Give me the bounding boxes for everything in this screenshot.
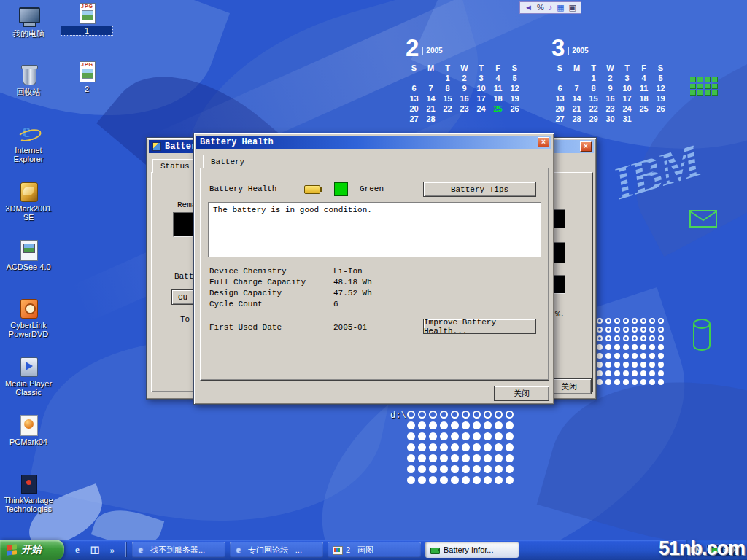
- calendar-day: 21: [422, 104, 439, 113]
- calendar-day: 23: [602, 104, 619, 113]
- calendar-day-header: M: [422, 63, 439, 72]
- calendar-day: 5: [506, 74, 523, 82]
- calendar-day: 14: [568, 94, 585, 103]
- calendar-day: 13: [406, 94, 422, 103]
- calendar-day-header: T: [439, 63, 456, 72]
- calendar-march: 32005 SMTWTFS123456789101112131415161718…: [551, 36, 669, 123]
- taskbar-tasks: 找不到服务器...专门网论坛 - ...2 - 画图Battery Infor.…: [126, 542, 686, 558]
- calendar-day: 16: [456, 94, 473, 103]
- dot: [473, 421, 481, 429]
- dot: [451, 454, 459, 462]
- taskbar-task-ie[interactable]: 找不到服务器...: [132, 542, 225, 558]
- dot: [495, 476, 503, 484]
- dot: [495, 411, 503, 419]
- calendar-day: [439, 114, 456, 123]
- calendar-day: 6: [551, 84, 568, 93]
- taskbar-task-paint[interactable]: 2 - 画图: [328, 542, 421, 558]
- internet-explorer-icon: [17, 122, 40, 144]
- dot: [418, 421, 426, 429]
- calendar-day-header: W: [456, 63, 473, 72]
- dot: [632, 353, 638, 359]
- dot: [623, 327, 629, 332]
- desktop-icon-pcmark[interactable]: PCMark04: [3, 414, 54, 446]
- dot: [632, 362, 638, 368]
- dot: [506, 432, 514, 440]
- calendar-month-number: 3: [551, 36, 565, 60]
- tab-battery[interactable]: Battery: [203, 155, 252, 168]
- desktop-tray-icons[interactable]: ◄%♪▦▣: [519, 1, 581, 14]
- desktop-icon-media-player-classic[interactable]: Media Player Classic: [3, 356, 54, 397]
- dot: [451, 465, 459, 473]
- dot: [407, 454, 415, 462]
- desktop-icon-label: ACDSee 4.0: [3, 262, 54, 271]
- taskbar-task-battery[interactable]: Battery Infor...: [425, 542, 519, 558]
- desktop-icon-internet-explorer[interactable]: Internet Explorer: [3, 122, 54, 163]
- dot: [440, 454, 448, 462]
- ie-quicklaunch-icon[interactable]: e: [71, 544, 83, 556]
- battery-icon: [304, 185, 320, 194]
- paint-icon: [332, 545, 342, 555]
- dialog-title: Battery Health: [200, 137, 534, 147]
- dot: [462, 443, 470, 451]
- percent-icon[interactable]: %: [537, 2, 544, 13]
- calendar-day: 9: [602, 84, 619, 93]
- dot: [605, 327, 611, 332]
- calendar-day: [652, 114, 669, 123]
- dot: [440, 411, 448, 419]
- quick-launch: e◫»: [64, 544, 125, 556]
- monitor-icon[interactable]: ▣: [569, 2, 576, 13]
- dot: [484, 465, 492, 473]
- calendar-day: 19: [506, 94, 523, 103]
- dot: [407, 411, 415, 419]
- close-icon[interactable]: ×: [538, 137, 549, 147]
- note-icon[interactable]: ♪: [549, 2, 553, 13]
- desktop-icon-powerdvd[interactable]: CyberLink PowerDVD: [3, 298, 54, 338]
- dot: [623, 335, 629, 341]
- desktop-file-1[interactable]: JPG1: [61, 3, 112, 35]
- calendar-day: 5: [652, 74, 669, 82]
- dot: [506, 443, 514, 451]
- detail-value: 2005-01: [333, 323, 367, 332]
- dot: [429, 443, 437, 451]
- calendar-day: 25: [489, 104, 506, 113]
- task-label: 专门网论坛 - ...: [248, 545, 302, 556]
- volume-icon[interactable]: ◄: [525, 2, 533, 13]
- desktop-icon-acdsee[interactable]: ACDSee 4.0: [3, 239, 54, 271]
- windows-flag-icon: [7, 544, 17, 555]
- calendar-day: [473, 114, 489, 123]
- desktop-icon-recycle-bin[interactable]: 回收站: [3, 64, 54, 96]
- dot: [623, 318, 629, 324]
- grid-icon[interactable]: ▦: [557, 2, 564, 13]
- desktop-file-2[interactable]: JPG2: [61, 61, 112, 93]
- start-button[interactable]: 开始: [0, 540, 64, 560]
- calendar-day: 8: [585, 84, 602, 93]
- condition-textbox[interactable]: The battery is in good condition.: [208, 202, 541, 257]
- battery-health-dialog[interactable]: Battery Health × Battery Battery Health …: [193, 133, 554, 405]
- battery-tips-button[interactable]: Battery Tips: [423, 182, 536, 197]
- dot: [440, 432, 448, 440]
- dot: [658, 362, 664, 368]
- improve-battery-health-button[interactable]: Improve Battery Health...: [423, 319, 536, 334]
- dot: [418, 432, 426, 440]
- dialog-titlebar[interactable]: Battery Health ×: [196, 136, 551, 149]
- calendar-day: 17: [619, 94, 635, 103]
- dot: [451, 421, 459, 429]
- more-toolbars-icon[interactable]: »: [107, 544, 118, 556]
- calendar-day: [489, 114, 506, 123]
- dialog-close-button[interactable]: 关闭: [494, 386, 549, 401]
- taskbar-task-ie[interactable]: 专门网论坛 - ...: [230, 542, 323, 558]
- dot: [658, 379, 664, 385]
- dot: [605, 370, 611, 376]
- desktop-icon-thinkvantage[interactable]: ThinkVantage Technologies: [3, 472, 54, 513]
- dot: [484, 432, 492, 440]
- calendar-month-number: 2: [406, 36, 419, 60]
- desktop-icon-3dmark[interactable]: 3DMark2001 SE: [3, 181, 54, 222]
- powerdvd-icon: [17, 298, 40, 319]
- dot: [407, 421, 415, 429]
- calendar-day: 10: [473, 84, 489, 93]
- desktop-icon-my-computer[interactable]: 我的电脑: [3, 6, 54, 38]
- calendar-day: 29: [585, 114, 602, 123]
- tab-status[interactable]: Status: [152, 159, 198, 173]
- show-desktop-icon[interactable]: ◫: [89, 544, 101, 556]
- close-icon[interactable]: ×: [580, 141, 592, 152]
